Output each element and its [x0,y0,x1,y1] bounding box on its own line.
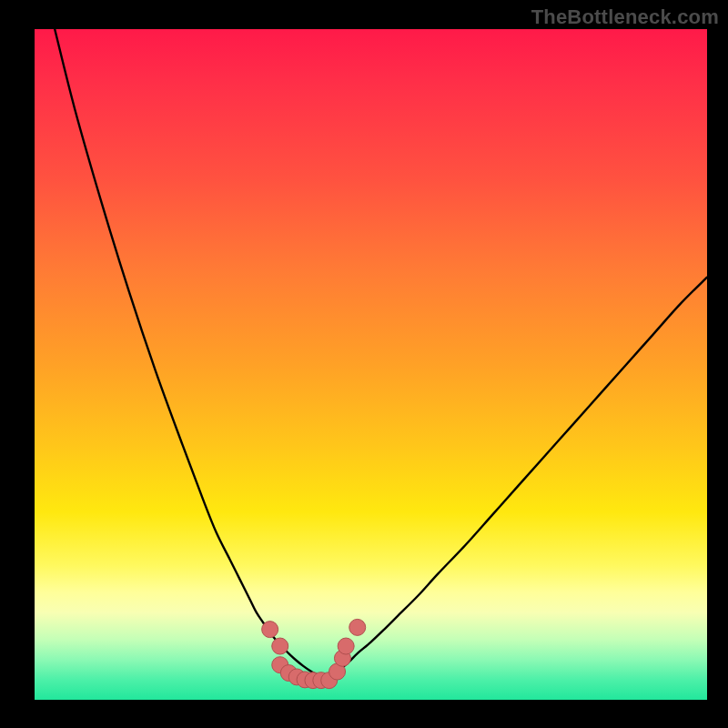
data-marker [338,638,354,654]
data-marker [349,619,366,635]
chart-svg [35,29,707,700]
curve-left [55,29,317,675]
curve-right [330,278,707,677]
watermark-text: TheBottleneck.com [531,5,719,29]
data-markers [262,619,366,688]
data-marker [272,638,288,654]
chart-frame: TheBottleneck.com [0,0,728,728]
chart-plot-area [35,29,707,700]
data-marker [262,622,278,638]
